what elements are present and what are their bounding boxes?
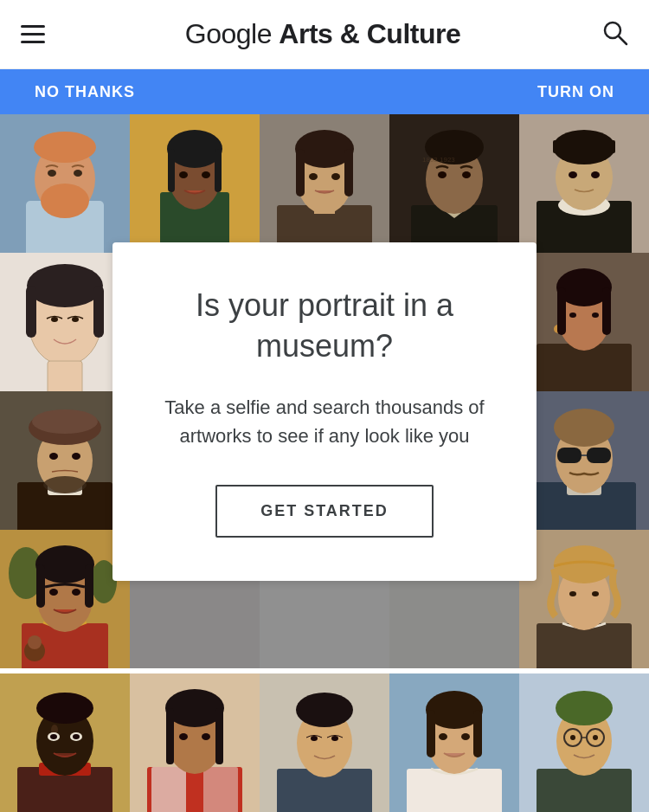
svg-rect-47 bbox=[93, 286, 104, 338]
portrait-cell bbox=[260, 114, 389, 253]
svg-point-14 bbox=[167, 130, 222, 168]
svg-rect-24 bbox=[296, 149, 305, 197]
search-button[interactable] bbox=[601, 18, 628, 50]
svg-point-49 bbox=[72, 317, 79, 322]
svg-point-62 bbox=[592, 313, 599, 318]
portrait-cell bbox=[519, 673, 649, 812]
portrait-cell bbox=[0, 530, 130, 668]
svg-rect-121 bbox=[215, 708, 223, 764]
portrait-cell bbox=[0, 114, 130, 253]
portrait-cell bbox=[0, 253, 130, 391]
svg-point-137 bbox=[439, 733, 447, 740]
svg-point-91 bbox=[49, 589, 58, 596]
modal-body-text: Take a selfie and search thousands of ar… bbox=[147, 393, 502, 450]
svg-point-7 bbox=[48, 170, 56, 177]
svg-point-33 bbox=[462, 171, 471, 178]
svg-point-70 bbox=[72, 453, 80, 460]
svg-point-69 bbox=[49, 453, 58, 460]
get-started-button[interactable]: GET STARTED bbox=[215, 485, 434, 538]
svg-point-94 bbox=[28, 635, 42, 649]
svg-rect-25 bbox=[344, 149, 353, 197]
svg-rect-81 bbox=[587, 448, 611, 463]
svg-point-142 bbox=[556, 691, 613, 725]
title-regular: Google bbox=[185, 18, 280, 49]
svg-rect-40 bbox=[553, 140, 615, 153]
svg-point-92 bbox=[72, 589, 80, 596]
svg-point-147 bbox=[593, 735, 598, 740]
svg-point-48 bbox=[51, 317, 58, 322]
svg-point-111 bbox=[50, 734, 57, 739]
app-title: Google Arts & Culture bbox=[185, 18, 460, 50]
notification-bar: NO THANKS TURN ON bbox=[0, 69, 649, 114]
title-bold: Arts & Culture bbox=[279, 18, 460, 49]
svg-point-68 bbox=[32, 409, 98, 434]
svg-rect-117 bbox=[203, 767, 238, 812]
svg-point-138 bbox=[461, 733, 470, 740]
svg-point-122 bbox=[179, 733, 188, 740]
svg-rect-59 bbox=[557, 287, 566, 335]
svg-point-45 bbox=[27, 264, 103, 307]
svg-point-119 bbox=[165, 689, 224, 727]
svg-point-32 bbox=[438, 171, 447, 178]
portrait-cell bbox=[0, 391, 130, 530]
svg-point-41 bbox=[569, 171, 577, 178]
svg-point-6 bbox=[41, 184, 89, 218]
svg-point-18 bbox=[202, 171, 210, 178]
portrait-cell bbox=[519, 530, 649, 668]
svg-rect-135 bbox=[427, 710, 435, 757]
modal-heading: Is your portrait in a museum? bbox=[147, 286, 502, 367]
svg-rect-16 bbox=[215, 149, 222, 192]
svg-rect-60 bbox=[602, 287, 611, 335]
svg-point-129 bbox=[331, 736, 338, 741]
svg-rect-136 bbox=[473, 710, 482, 757]
portrait-cell bbox=[130, 114, 260, 253]
svg-rect-46 bbox=[26, 286, 36, 338]
portrait-cell bbox=[260, 673, 389, 812]
svg-point-17 bbox=[179, 171, 188, 178]
portrait-cell bbox=[130, 673, 260, 812]
menu-button[interactable] bbox=[21, 25, 45, 43]
portrait-cell bbox=[389, 673, 519, 812]
svg-point-146 bbox=[570, 735, 575, 740]
portrait-cell: 1893 1923 bbox=[389, 114, 519, 253]
svg-point-127 bbox=[296, 693, 353, 727]
svg-point-71 bbox=[43, 476, 87, 493]
svg-rect-116 bbox=[151, 767, 186, 812]
svg-point-42 bbox=[591, 171, 600, 178]
svg-rect-55 bbox=[537, 344, 632, 391]
svg-rect-90 bbox=[85, 564, 93, 608]
portrait-cell bbox=[0, 673, 130, 812]
svg-rect-80 bbox=[557, 448, 582, 463]
portrait-cell bbox=[519, 391, 649, 530]
svg-line-1 bbox=[619, 36, 627, 44]
svg-text:1893 1923: 1893 1923 bbox=[422, 156, 455, 164]
turn-on-button[interactable]: TURN ON bbox=[537, 83, 614, 101]
svg-rect-15 bbox=[168, 149, 175, 192]
svg-point-113 bbox=[36, 693, 93, 724]
svg-point-61 bbox=[569, 313, 576, 318]
portrait-cell bbox=[519, 253, 649, 391]
svg-point-112 bbox=[73, 734, 80, 739]
portrait-cell bbox=[519, 114, 649, 253]
svg-point-128 bbox=[311, 736, 318, 741]
no-thanks-button[interactable]: NO THANKS bbox=[35, 83, 135, 101]
svg-point-26 bbox=[309, 173, 318, 180]
svg-point-8 bbox=[74, 170, 82, 177]
svg-point-102 bbox=[569, 591, 576, 596]
app-header: Google Arts & Culture bbox=[0, 0, 649, 69]
svg-point-27 bbox=[331, 173, 340, 180]
svg-rect-120 bbox=[166, 708, 174, 764]
svg-point-123 bbox=[202, 733, 210, 740]
svg-rect-50 bbox=[48, 361, 82, 391]
svg-point-9 bbox=[34, 132, 96, 163]
svg-rect-89 bbox=[36, 564, 45, 608]
svg-point-103 bbox=[592, 591, 599, 596]
modal-card: Is your portrait in a museum? Take a sel… bbox=[112, 242, 537, 581]
svg-point-79 bbox=[554, 409, 614, 447]
